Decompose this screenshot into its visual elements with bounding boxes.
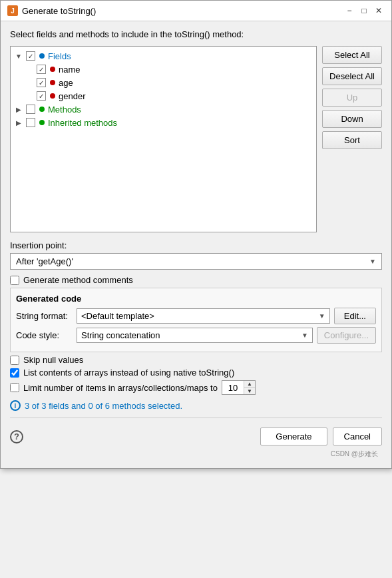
generated-code-box: Generated code String format: <Default t… [10, 288, 382, 352]
insertion-arrow-icon: ▼ [369, 258, 376, 265]
info-row: i 3 of 3 fields and 0 of 6 methods selec… [10, 400, 382, 411]
generate-comments-label: Generate method comments [23, 275, 133, 285]
separator [10, 418, 382, 418]
inherited-expander[interactable] [13, 117, 24, 128]
deselect-all-button[interactable]: Deselect All [322, 67, 382, 85]
inherited-checkbox[interactable] [26, 118, 35, 127]
list-contents-row: List contents of arrays instead of using… [10, 368, 382, 378]
main-area: Fields name age [10, 46, 382, 232]
age-label: age [59, 78, 73, 88]
code-style-value: String concatenation [81, 330, 160, 340]
tree-item-gender[interactable]: gender [11, 89, 316, 103]
inherited-label: Inherited methods [48, 118, 117, 128]
name-checkbox[interactable] [37, 65, 46, 74]
skip-null-row: Skip null values [10, 355, 382, 365]
window-controls: − □ ✕ [343, 5, 385, 17]
spinner-input[interactable] [222, 382, 244, 394]
gender-dot [50, 93, 55, 99]
name-dot [50, 67, 55, 72]
bottom-row: ? Generate Cancel [10, 424, 382, 448]
skip-null-label: Skip null values [23, 355, 83, 365]
code-style-row: Code style: String concatenation ▼ Confi… [16, 327, 376, 344]
code-style-label: Code style: [16, 330, 73, 340]
select-all-button[interactable]: Select All [322, 46, 382, 64]
generate-button[interactable]: Generate [260, 428, 327, 445]
description-text: Select fields and methods to include in … [10, 29, 382, 39]
code-style-arrow-icon: ▼ [301, 332, 308, 339]
down-button[interactable]: Down [322, 110, 382, 128]
maximize-button[interactable]: □ [358, 5, 370, 17]
generate-comments-checkbox[interactable] [10, 276, 19, 285]
skip-null-checkbox[interactable] [10, 356, 19, 365]
dialog-title: Generate toString() [22, 6, 339, 16]
dialog-body: Select fields and methods to include in … [1, 21, 391, 468]
minimize-button[interactable]: − [343, 5, 355, 17]
app-icon: J [7, 5, 18, 16]
age-dot [50, 80, 55, 85]
tree-item-methods[interactable]: Methods [11, 103, 316, 116]
spinner-up-button[interactable]: ▲ [244, 381, 255, 388]
tree-panel[interactable]: Fields name age [10, 46, 317, 232]
side-buttons-panel: Select All Deselect All Up Down Sort [322, 46, 382, 232]
spinner-down-button[interactable]: ▼ [244, 388, 255, 394]
fields-checkbox[interactable] [26, 51, 35, 61]
limit-items-row: Limit number of items in arrays/collecti… [10, 380, 382, 395]
list-contents-checkbox[interactable] [10, 368, 19, 378]
insertion-value: After 'getAge()' [16, 256, 73, 266]
string-format-arrow-icon: ▼ [319, 312, 325, 320]
sort-button[interactable]: Sort [322, 131, 382, 149]
methods-label: Methods [48, 105, 81, 115]
string-format-dropdown[interactable]: <Default template> ▼ [77, 308, 330, 324]
bottom-buttons: Generate Cancel [260, 428, 382, 445]
gender-label: gender [59, 91, 85, 101]
insertion-label: Insertion point: [10, 240, 382, 250]
string-format-value: <Default template> [81, 311, 154, 321]
tree-item-name[interactable]: name [11, 63, 316, 76]
watermark: CSDN @步难长 [10, 448, 382, 460]
methods-checkbox[interactable] [26, 105, 35, 114]
edit-button[interactable]: Edit... [334, 308, 376, 324]
cancel-button[interactable]: Cancel [333, 428, 382, 445]
methods-expander[interactable] [13, 104, 24, 115]
generated-code-title: Generated code [16, 294, 376, 304]
string-format-label: String format: [16, 311, 73, 321]
list-contents-label: List contents of arrays instead of using… [23, 368, 234, 378]
insertion-dropdown[interactable]: After 'getAge()' ▼ [10, 253, 382, 270]
string-format-row: String format: <Default template> ▼ Edit… [16, 308, 376, 324]
help-button[interactable]: ? [10, 430, 23, 443]
info-text: 3 of 3 fields and 0 of 6 methods selecte… [25, 401, 182, 411]
age-checkbox[interactable] [37, 78, 46, 87]
limit-items-checkbox[interactable] [10, 383, 19, 392]
code-style-dropdown[interactable]: String concatenation ▼ [77, 328, 313, 343]
name-label: name [59, 65, 81, 75]
spinner-controls: ▲ ▼ [244, 381, 255, 394]
close-button[interactable]: ✕ [373, 5, 385, 17]
fields-expander[interactable] [13, 51, 24, 61]
gender-checkbox[interactable] [37, 91, 46, 101]
configure-button[interactable]: Configure... [317, 327, 376, 344]
up-button[interactable]: Up [322, 89, 382, 107]
info-icon: i [10, 400, 21, 411]
generate-comments-row: Generate method comments [10, 275, 382, 285]
fields-label: Fields [48, 51, 71, 61]
limit-items-label: Limit number of items in arrays/collecti… [23, 383, 218, 393]
main-dialog: J Generate toString() − □ ✕ Select field… [0, 0, 392, 469]
methods-dot [39, 107, 45, 112]
tree-item-fields[interactable]: Fields [11, 49, 316, 63]
inherited-dot [39, 120, 45, 125]
tree-item-age[interactable]: age [11, 76, 316, 89]
tree-item-inherited[interactable]: Inherited methods [11, 116, 316, 129]
title-bar: J Generate toString() − □ ✕ [1, 1, 391, 21]
limit-spinner[interactable]: ▲ ▼ [222, 380, 256, 395]
fields-dot [39, 53, 45, 59]
